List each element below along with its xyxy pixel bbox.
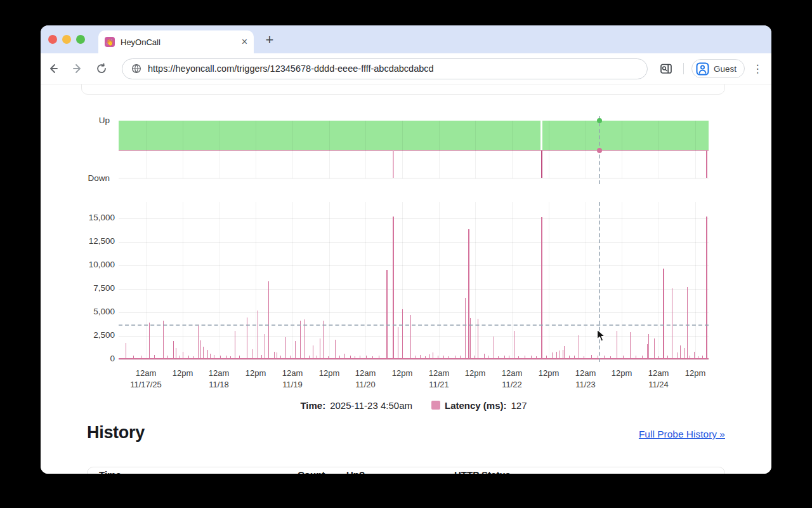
latency-spike	[694, 352, 695, 358]
gridline-vertical	[695, 202, 696, 359]
latency-spike	[323, 321, 324, 358]
side-panel-search-button[interactable]	[658, 60, 676, 77]
globe-icon	[131, 64, 141, 74]
gridline-vertical	[586, 121, 586, 178]
toolbar-divider	[683, 63, 684, 74]
x-tick-date-label: 11/22	[493, 380, 531, 389]
latency-spike	[247, 318, 247, 358]
browser-menu-button[interactable]: ⋮	[750, 62, 765, 76]
latency-y-tick-label: 12,500	[41, 236, 115, 246]
x-tick-time-label: 12pm	[164, 368, 202, 378]
uptime-status-chart[interactable]	[119, 121, 709, 178]
gridline-vertical	[512, 202, 513, 359]
hover-dot-boundary	[597, 148, 602, 153]
latency-spike	[268, 281, 269, 358]
window-controls	[48, 35, 85, 44]
latency-spike	[617, 331, 617, 358]
latency-spike	[465, 298, 466, 358]
x-tick-date-label: 11/18	[200, 380, 238, 389]
profile-button[interactable]: Guest	[691, 59, 745, 78]
downtime-line	[541, 150, 542, 178]
browser-tab[interactable]: 👋 HeyOnCall ×	[98, 30, 254, 53]
gridline-horizontal	[119, 218, 709, 219]
close-window-button[interactable]	[48, 35, 57, 44]
x-tick-time-label: 12am	[420, 368, 458, 378]
scrolled-card-remnant	[81, 84, 725, 95]
x-tick-time-label: 12am	[346, 368, 384, 378]
updown-axis-label-up: Up	[41, 116, 110, 125]
latency-spike	[300, 321, 301, 358]
back-button[interactable]	[44, 60, 62, 77]
uptime-band-gap	[540, 121, 542, 150]
gridline-vertical	[402, 121, 403, 178]
gridline-vertical	[219, 121, 219, 178]
latency-spike	[200, 340, 201, 358]
reload-icon	[96, 63, 107, 74]
gridline-vertical	[475, 121, 476, 178]
gridline-vertical	[329, 121, 330, 178]
forward-button[interactable]	[69, 60, 86, 77]
history-heading: History	[87, 423, 145, 443]
gridline-horizontal	[119, 312, 709, 313]
x-tick-time-label: 12am	[566, 368, 605, 378]
gridline-vertical	[256, 121, 256, 178]
latency-spike	[410, 315, 411, 358]
latency-spike	[541, 217, 542, 358]
tab-close-icon[interactable]: ×	[242, 37, 247, 47]
table-header-http-status: HTTP Status	[454, 469, 511, 474]
latency-spike	[173, 341, 174, 358]
table-header-up: Up?	[346, 469, 365, 474]
url-text[interactable]: https://heyoncall.com/triggers/12345678-…	[148, 64, 434, 74]
latency-spike	[393, 217, 394, 358]
gridline-vertical	[439, 121, 440, 178]
latency-spike	[680, 345, 681, 358]
gridline-vertical	[439, 202, 440, 359]
down-baseline	[119, 178, 709, 178]
tooltip-latency-value: 127	[511, 400, 527, 411]
latency-spike	[579, 335, 579, 358]
latency-y-tick-label: 5,000	[41, 307, 115, 316]
latency-spike	[163, 321, 164, 358]
latency-spike	[207, 350, 208, 358]
page-content: Up Down 12am11/17/2512pm12am11/1812pm12a…	[41, 84, 771, 474]
latency-spike	[295, 341, 296, 358]
latency-spike	[564, 346, 565, 358]
gridline-vertical	[183, 202, 183, 359]
minimize-window-button[interactable]	[62, 35, 71, 44]
gridline-vertical	[183, 121, 183, 178]
latency-legend-swatch	[431, 401, 440, 410]
gridline-vertical	[146, 121, 147, 178]
x-tick-date-label: 11/17/25	[127, 380, 165, 389]
latency-y-tick-label: 0	[41, 354, 115, 363]
x-tick-time-label: 12am	[493, 368, 531, 378]
latency-spike	[198, 324, 199, 358]
latency-spike	[274, 352, 275, 358]
x-tick-time-label: 12pm	[530, 368, 568, 378]
x-tick-time-label: 12am	[273, 368, 311, 378]
full-probe-history-link[interactable]: Full Probe History »	[639, 429, 725, 440]
latency-chart[interactable]: 12am11/17/2512pm12am11/1812pm12am11/1912…	[119, 202, 709, 359]
browser-window: 👋 HeyOnCall × + https://heyoncall.com/tr…	[41, 25, 771, 474]
url-bar[interactable]: https://heyoncall.com/triggers/12345678-…	[122, 58, 648, 79]
x-tick-time-label: 12pm	[456, 368, 494, 378]
mouse-cursor	[596, 329, 606, 342]
gridline-vertical	[256, 202, 256, 359]
gridline-vertical	[292, 121, 293, 178]
crosshair-horizontal	[119, 324, 709, 326]
tooltip-latency-label: Latency (ms):	[445, 400, 507, 411]
x-tick-time-label: 12pm	[383, 368, 421, 378]
latency-spike	[265, 334, 265, 358]
latency-spike	[313, 345, 313, 358]
latency-y-tick-label: 7,500	[41, 283, 115, 293]
chart-hover-tooltip: Time: 2025-11-23 4:50am Latency (ms): 12…	[119, 398, 709, 412]
tab-title: HeyOnCall	[121, 37, 160, 47]
zoom-window-button[interactable]	[76, 35, 85, 44]
table-header-count: Count	[298, 469, 325, 474]
gridline-vertical	[549, 121, 549, 178]
reload-button[interactable]	[93, 60, 110, 77]
gridline-vertical	[622, 121, 622, 178]
downtime-line	[706, 150, 707, 178]
latency-spike	[706, 217, 707, 358]
x-tick-time-label: 12pm	[676, 368, 714, 378]
new-tab-button[interactable]: +	[261, 32, 278, 48]
